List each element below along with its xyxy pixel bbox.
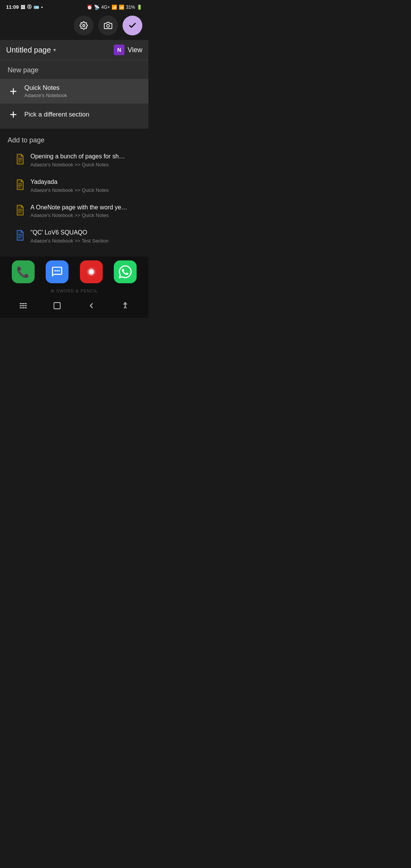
status-card-icon: 🪪	[33, 5, 39, 10]
page-list-item[interactable]: A OneNote page with the word ye… Adaeze'…	[8, 198, 141, 224]
status-dot: •	[41, 5, 43, 10]
svg-point-19	[56, 270, 58, 272]
status-bar: 11:09 🖼 Ⓢ 🪪 • ⏰ 📡 4G+ 📶 📶 31% 🔋	[0, 0, 148, 13]
quick-notes-text: Quick Notes Adaeze's Notebook	[24, 84, 67, 98]
brand-icon: ⚙	[51, 289, 55, 293]
status-signal-icon: 📶	[112, 5, 117, 10]
dock-app-whatsapp[interactable]	[114, 260, 137, 283]
page-item-text: "QC' LoV6 SQUAQO Adaeze's Notebook >> Te…	[30, 229, 108, 244]
page-item-path: Adaeze's Notebook >> Quick Notes	[30, 212, 127, 218]
action-buttons-row	[0, 13, 148, 40]
settings-button[interactable]	[74, 16, 94, 35]
add-to-page-section: Add to page Opening a bunch of pages for…	[0, 129, 148, 254]
svg-point-1	[107, 24, 109, 27]
status-time: 11:09	[6, 4, 19, 10]
plus-icon-pick	[8, 109, 19, 120]
page-item-path: Adaeze's Notebook >> Quick Notes	[30, 162, 125, 168]
status-right: ⏰ 📡 4G+ 📶 📶 31% 🔋	[87, 5, 142, 10]
quick-notes-item[interactable]: Quick Notes Adaeze's Notebook	[0, 79, 148, 104]
svg-point-22	[89, 270, 94, 274]
page-item-text: Yadayada Adaeze's Notebook >> Quick Note…	[30, 178, 109, 193]
page-item-title: "QC' LoV6 SQUAQO	[30, 229, 108, 237]
page-list-item[interactable]: "QC' LoV6 SQUAQO Adaeze's Notebook >> Te…	[8, 223, 141, 249]
status-battery-icon: 🔋	[137, 5, 142, 10]
dock-app-recorder[interactable]	[80, 260, 103, 283]
nav-back-button[interactable]	[82, 298, 101, 313]
nav-recent-button[interactable]	[14, 298, 33, 313]
view-button[interactable]: N View	[114, 45, 142, 55]
svg-rect-32	[54, 303, 61, 309]
page-item-title: Yadayada	[30, 178, 109, 186]
page-list: Opening a bunch of pages for sh… Adaeze'…	[8, 147, 141, 249]
brand-watermark: ⚙ SWORD & PENCIL	[0, 287, 148, 295]
pick-section-title: Pick a different section	[24, 111, 89, 118]
page-item-path: Adaeze's Notebook >> Quick Notes	[30, 187, 109, 193]
page-item-text: Opening a bunch of pages for sh… Adaeze'…	[30, 153, 125, 168]
svg-point-20	[59, 270, 60, 272]
onenote-icon: N	[114, 45, 124, 55]
page-list-item[interactable]: Yadayada Adaeze's Notebook >> Quick Note…	[8, 173, 141, 198]
add-to-page-label: Add to page	[8, 136, 141, 144]
page-item-title: Opening a bunch of pages for sh…	[30, 153, 125, 161]
brand-name: SWORD & PENCIL	[56, 289, 98, 293]
svg-point-0	[83, 24, 85, 27]
dock-app-chat[interactable]	[46, 260, 68, 283]
confirm-button[interactable]	[123, 16, 142, 35]
svg-point-18	[54, 270, 56, 272]
status-signal2-icon: 📶	[119, 5, 124, 10]
page-title-container[interactable]: Untitled page ▾	[6, 46, 56, 54]
page-item-path: Adaeze's Notebook >> Test Section	[30, 238, 108, 244]
camera-button[interactable]	[98, 16, 118, 35]
page-doc-icon	[15, 230, 25, 241]
status-battery: 31%	[126, 5, 135, 10]
quick-notes-subtitle: Adaeze's Notebook	[24, 93, 67, 98]
status-s-icon: Ⓢ	[27, 4, 32, 10]
pick-section-item[interactable]: Pick a different section	[0, 104, 148, 126]
plus-icon-quick	[8, 86, 19, 97]
status-photo-icon: 🖼	[21, 5, 25, 10]
dropdown-panel: New page Quick Notes Adaeze's Notebook P…	[0, 60, 148, 129]
new-page-label: New page	[0, 65, 148, 79]
pick-section-text: Pick a different section	[24, 111, 89, 118]
status-wifi-icon: 📡	[94, 5, 100, 10]
page-list-item[interactable]: Opening a bunch of pages for sh… Adaeze'…	[8, 147, 141, 173]
header-bar: Untitled page ▾ N View	[0, 40, 148, 60]
page-doc-icon	[15, 204, 25, 216]
status-left: 11:09 🖼 Ⓢ 🪪 •	[6, 4, 43, 10]
chevron-down-icon: ▾	[53, 47, 56, 53]
nav-home-button[interactable]	[48, 298, 67, 313]
bottom-dock: 📞	[0, 257, 148, 287]
nav-bar	[0, 295, 148, 318]
svg-point-33	[125, 302, 126, 303]
quick-notes-title: Quick Notes	[24, 84, 67, 92]
status-network: 4G+	[101, 5, 110, 10]
page-item-text: A OneNote page with the word ye… Adaeze'…	[30, 204, 127, 219]
page-doc-icon	[15, 153, 25, 165]
nav-accessibility-button[interactable]	[116, 298, 135, 313]
page-item-title: A OneNote page with the word ye…	[30, 204, 127, 212]
status-alarm-icon: ⏰	[87, 5, 92, 10]
page-doc-icon	[15, 179, 25, 190]
page-title: Untitled page	[6, 46, 51, 54]
dock-app-phone[interactable]: 📞	[12, 260, 35, 283]
view-label: View	[127, 46, 142, 54]
